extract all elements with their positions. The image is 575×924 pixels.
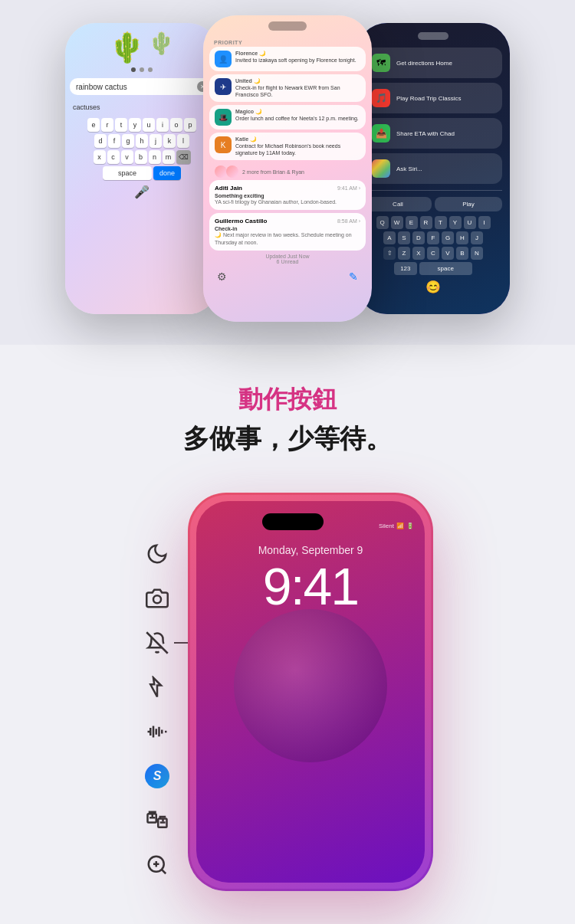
moon-icon xyxy=(142,539,172,569)
lock-screen-date: Monday, September 9 xyxy=(207,544,414,556)
priority-label: PRIORITY xyxy=(209,37,366,47)
svg-line-12 xyxy=(162,870,166,873)
section-header: 動作按鈕 多做事，少等待。 xyxy=(23,383,552,454)
more-text: 2 more from Brian & Ryan xyxy=(242,169,304,175)
shortcut-eta: 📤 Share ETA with Chad xyxy=(364,118,502,149)
play-road-trip-label: Play Road Trip Classics xyxy=(396,95,461,102)
message-guillermo: Guillermo Castillo 8:58 AM › Check-in 🌙 … xyxy=(209,213,366,250)
silent-icon xyxy=(142,627,172,658)
notif-magico: 🎩 Magico 🌙 Order lunch and coffee for Ne… xyxy=(209,105,366,129)
done-key[interactable]: done xyxy=(153,166,181,180)
top-section: 🌵 🌵 rainbow cactus ✕ cactuses ⬇ xyxy=(0,0,575,345)
voice-memo-icon xyxy=(142,716,172,747)
suggestion-text: cactuses xyxy=(73,103,100,111)
search-text: rainbow cactus xyxy=(76,83,197,91)
lock-screen-time: 9:41 xyxy=(207,560,414,612)
call-button[interactable]: Call xyxy=(364,197,432,211)
shortcut-music: 🎵 Play Road Trip Classics xyxy=(364,83,502,113)
section-subtitle: 動作按鈕 xyxy=(23,383,552,417)
phones-container: 🌵 🌵 rainbow cactus ✕ cactuses ⬇ xyxy=(23,15,552,322)
svg-point-0 xyxy=(153,595,161,603)
notif-florence-icon: 👤 xyxy=(215,51,232,67)
action-button-demo: S xyxy=(23,493,552,891)
bottom-section: 動作按鈕 多做事，少等待。 xyxy=(0,345,575,924)
dynamic-island xyxy=(262,513,324,530)
flashlight-icon xyxy=(142,672,172,703)
phone-bottom-mockup: ▲ Silent 📶 🔋 xyxy=(188,493,433,891)
cactus-emoji-main: 🌵 xyxy=(109,31,145,64)
notif-florence: 👤 Florence 🌙 Invited to izakaya soft ope… xyxy=(209,47,366,71)
translate-icon xyxy=(142,805,172,836)
play-button[interactable]: Play xyxy=(435,197,502,211)
space-key[interactable]: space xyxy=(103,166,152,180)
phone-siri: 🗺 Get directions Home 🎵 Play Road Trip C… xyxy=(356,23,510,314)
cactus-emoji-secondary: 🌵 xyxy=(148,31,175,64)
camera-icon xyxy=(142,583,172,614)
message-aditi: Aditi Jain 9:41 AM › Something exciting … xyxy=(209,180,366,210)
accessibility-icon xyxy=(142,850,172,880)
more-notifications: 2 more from Brian & Ryan xyxy=(209,163,366,180)
action-icons-list: S xyxy=(142,493,172,880)
search-bar: rainbow cactus ✕ xyxy=(70,78,214,95)
shortcut-directions: 🗺 Get directions Home xyxy=(364,48,502,78)
phone-notifications: PRIORITY 👤 Florence 🌙 Invited to izakaya… xyxy=(203,15,372,322)
shazam-icon: S xyxy=(142,761,172,791)
silent-status: Silent xyxy=(379,523,394,529)
phone-keyboard: 🌵 🌵 rainbow cactus ✕ cactuses ⬇ xyxy=(65,23,219,314)
svg-line-1 xyxy=(146,632,168,654)
notif-katie: K Katie 🌙 Contract for Michael Robinson'… xyxy=(209,133,366,160)
dots-row xyxy=(70,67,214,72)
updated-text: Updated Just Now xyxy=(209,254,366,259)
shortcut-siri: Ask Siri... xyxy=(364,153,502,184)
notif-united: ✈ United 🌙 Check-in for flight to Newark… xyxy=(209,74,366,102)
section-title: 多做事，少等待。 xyxy=(23,423,552,454)
